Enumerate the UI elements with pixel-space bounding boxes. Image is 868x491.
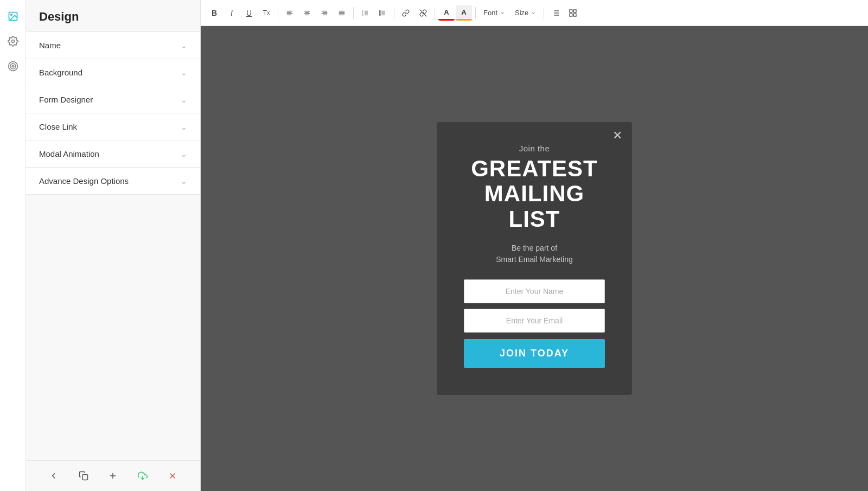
more-options-button[interactable] <box>565 5 581 21</box>
link-button[interactable] <box>398 5 414 21</box>
join-button[interactable]: JOIN TODAY <box>464 339 605 368</box>
highlight-color-button[interactable]: A <box>456 5 472 21</box>
separator <box>353 7 354 19</box>
back-button[interactable] <box>44 466 63 486</box>
delete-button[interactable] <box>163 466 182 486</box>
size-dropdown[interactable]: Size <box>510 8 540 18</box>
size-label: Size <box>515 9 528 17</box>
bold-button[interactable]: B <box>206 5 222 21</box>
italic-button[interactable]: I <box>224 5 240 21</box>
svg-point-4 <box>10 63 16 69</box>
canvas-area: ✕ Join the GREATEST MAILING LIST Be the … <box>201 26 868 491</box>
list-style-button[interactable] <box>547 5 564 21</box>
align-right-button[interactable] <box>316 5 333 21</box>
svg-point-2 <box>11 40 14 43</box>
chevron-down-icon: ⌄ <box>181 68 187 77</box>
main-content: B I U Tx 123 A A <box>201 0 868 491</box>
close-button[interactable]: ✕ <box>612 130 622 142</box>
accordion-advance-design-label: Advance Design Options <box>39 176 129 186</box>
accordion-close-link-header[interactable]: Close Link ⌄ <box>26 113 200 140</box>
modal-title: GREATEST MAILING LIST <box>464 156 605 232</box>
chevron-down-icon: ⌄ <box>181 41 187 50</box>
accordion-background: Background ⌄ <box>26 59 200 86</box>
target-icon[interactable] <box>5 59 21 74</box>
svg-point-37 <box>379 10 380 11</box>
accordion-modal-animation-header[interactable]: Modal Animation ⌄ <box>26 141 200 167</box>
svg-rect-48 <box>574 10 577 12</box>
accordion-name: Name ⌄ <box>26 32 200 59</box>
download-button[interactable] <box>133 466 152 486</box>
modal-title-line1: GREATEST <box>471 156 598 181</box>
align-center-button[interactable] <box>299 5 315 21</box>
name-input[interactable] <box>464 279 605 303</box>
font-label: Font <box>483 9 497 17</box>
sidebar-title: Design <box>26 0 200 32</box>
sidebar-bottom-bar <box>26 460 200 491</box>
unordered-list-button[interactable] <box>374 5 391 21</box>
modal-title-line2: MAILING LIST <box>484 181 584 231</box>
accordion-advance-design: Advance Design Options ⌄ <box>26 168 200 195</box>
accordion-close-link-label: Close Link <box>39 122 77 131</box>
chevron-down-icon: ⌄ <box>181 123 187 131</box>
ordered-list-button[interactable]: 123 <box>357 5 373 21</box>
unlink-button[interactable] <box>415 5 431 21</box>
accordion-form-designer-header[interactable]: Form Designer ⌄ <box>26 86 200 113</box>
chevron-down-icon: ⌄ <box>181 177 187 186</box>
email-input[interactable] <box>464 309 605 333</box>
svg-point-5 <box>12 65 14 67</box>
svg-rect-6 <box>82 475 88 480</box>
accordion-form-designer-label: Form Designer <box>39 95 93 104</box>
accordion-modal-animation-label: Modal Animation <box>39 149 99 158</box>
accordion-background-header[interactable]: Background ⌄ <box>26 59 200 86</box>
accordion-form-designer: Form Designer ⌄ <box>26 86 200 113</box>
image-icon[interactable] <box>5 9 21 24</box>
clear-format-button[interactable]: Tx <box>258 5 275 21</box>
separator <box>435 7 435 19</box>
sidebar-icon-strip <box>0 0 26 491</box>
modal-popup: ✕ Join the GREATEST MAILING LIST Be the … <box>437 122 632 395</box>
modal-subtitle-line2: Smart Email Marketing <box>496 255 573 264</box>
accordion-background-label: Background <box>39 68 82 77</box>
chevron-down-icon: ⌄ <box>181 95 187 104</box>
accordion-name-header[interactable]: Name ⌄ <box>26 32 200 59</box>
add-button[interactable] <box>103 466 123 486</box>
chevron-down-icon: ⌄ <box>181 150 187 158</box>
modal-join-prefix: Join the <box>464 144 605 153</box>
svg-rect-49 <box>574 14 577 16</box>
underline-button[interactable]: U <box>241 5 257 21</box>
modal-subtitle: Be the part of Smart Email Marketing <box>464 243 605 265</box>
align-justify-button[interactable] <box>334 5 350 21</box>
align-left-button[interactable] <box>282 5 298 21</box>
svg-point-38 <box>379 12 380 14</box>
separator <box>278 7 278 19</box>
svg-rect-50 <box>570 14 572 16</box>
modal-subtitle-line1: Be the part of <box>512 244 557 252</box>
svg-point-39 <box>379 14 380 15</box>
duplicate-button[interactable] <box>74 466 93 486</box>
separator <box>544 7 544 19</box>
accordion-name-label: Name <box>39 41 61 50</box>
sidebar-content: Name ⌄ Background ⌄ Form Designer ⌄ <box>26 32 200 460</box>
svg-rect-47 <box>570 10 572 12</box>
svg-point-1 <box>10 14 11 15</box>
accordion-modal-animation: Modal Animation ⌄ <box>26 141 200 168</box>
font-color-button[interactable]: A <box>438 5 455 21</box>
svg-text:3: 3 <box>362 13 363 16</box>
separator <box>394 7 394 19</box>
settings-icon[interactable] <box>5 34 21 49</box>
sidebar: Design Name ⌄ Background ⌄ <box>0 0 201 491</box>
formatting-toolbar: B I U Tx 123 A A <box>201 0 868 26</box>
accordion-close-link: Close Link ⌄ <box>26 113 200 141</box>
accordion-advance-design-header[interactable]: Advance Design Options ⌄ <box>26 168 200 194</box>
font-dropdown[interactable]: Font <box>479 8 509 18</box>
separator <box>475 7 476 19</box>
